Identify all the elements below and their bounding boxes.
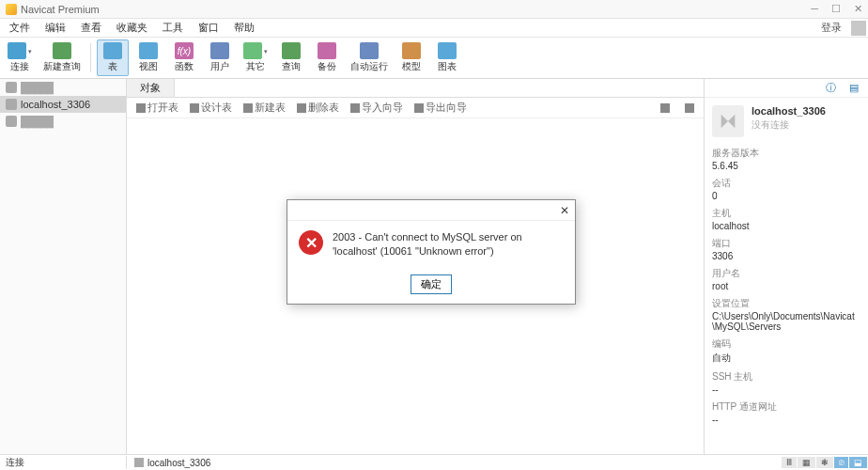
right-panel: ⓘ ▤ localhost_3306 没有连接 服务器版本5.6.45会话0主机… [704,79,868,454]
tab-objects[interactable]: 对象 [127,79,175,97]
connection-icon [712,105,744,137]
subtoolbar-label: 导出向导 [426,101,467,115]
toolbar-obj-8[interactable]: 模型 [395,39,427,76]
prop-8: HTTP 通道网址-- [712,400,860,425]
db-icon [6,99,17,110]
toolbar-obj-5-label: 查询 [282,60,301,73]
toolbar-obj-0-label: 表 [108,60,117,73]
db-icon [6,116,17,127]
prop-3: 端口3306 [712,237,860,261]
db-icon [134,458,144,467]
subtoolbar-label: 删除表 [308,101,339,115]
seg-2[interactable]: ▦ [798,457,815,468]
toolbar-obj-9-icon [438,42,457,59]
dialog-close-icon[interactable]: ✕ [560,204,569,217]
tool-icon [190,103,199,113]
prop-value: root [712,281,860,291]
prop-1: 会话0 [712,177,860,201]
menu-0[interactable]: 文件 [2,21,38,35]
right-panel-top: ⓘ ▤ [705,79,868,98]
minimize-icon[interactable]: ─ [811,3,818,15]
toolbar-obj-3[interactable]: 用户 [204,39,236,76]
subtoolbar-4[interactable]: 导入向导 [345,99,409,117]
toolbar-obj-7-icon [360,42,379,59]
prop-value: -- [712,415,860,425]
sidebar: █████localhost_3306█████ [0,79,127,454]
avatar-icon[interactable] [851,21,866,36]
toolbar-obj-1[interactable]: 视图 [132,39,164,76]
seg-3[interactable]: ❃ [816,457,833,468]
toolbar-obj-4-label: 其它 [246,60,265,73]
toolbar-1-icon [53,42,71,59]
toolbar-obj-1-label: 视图 [139,60,158,73]
menu-1[interactable]: 编辑 [38,21,73,35]
menu-6[interactable]: 帮助 [226,21,262,35]
toolbar-obj-7[interactable]: 自动运行 [347,39,392,76]
close-icon[interactable]: ✕ [854,3,862,15]
status-left: 连接 [0,456,127,469]
toolbar-obj-4[interactable]: ▾其它 [240,39,271,76]
seg-5[interactable]: ⬓ [849,457,867,468]
info-icon[interactable]: ⓘ [826,81,836,95]
refresh-icon[interactable] [679,102,700,115]
window-controls: ─ ☐ ✕ [811,3,862,15]
tool-icon [414,103,424,113]
maximize-icon[interactable]: ☐ [831,3,841,15]
toolbar-obj-2[interactable]: f(x)函数 [168,39,200,76]
subtoolbar-3[interactable]: 删除表 [291,99,345,117]
sidebar-item-0[interactable]: █████ [0,79,126,96]
toolbar-obj-6-icon [318,42,336,59]
prop-0: 服务器版本5.6.45 [712,147,860,171]
prop-6: 编码自动 [712,337,860,365]
view-toggle-icon[interactable] [655,102,675,115]
subtoolbar-label: 新建表 [255,101,286,115]
prop-key: HTTP 通道网址 [712,400,860,414]
toolbar-obj-0[interactable]: 表 [97,39,129,76]
toolbar-obj-6[interactable]: 备份 [311,39,343,76]
toolbar-1[interactable]: 新建查询 [39,39,85,76]
subtoolbar-1[interactable]: 设计表 [184,99,238,117]
sidebar-item-1[interactable]: localhost_3306 [0,96,126,113]
toolbar-obj-4-icon [243,42,262,59]
toolbar-obj-5[interactable]: 查询 [275,39,307,76]
connection-status: 没有连接 [752,118,826,132]
prop-7: SSH 主机-- [712,370,860,395]
statusbar: 连接 localhost_3306 Ⅲ ▦ ❃ ⎚ ⬓ [0,454,868,470]
toolbar-obj-5-icon [282,42,301,59]
subtoolbar-0[interactable]: 打开表 [131,99,184,117]
right-panel-header: localhost_3306 没有连接 [705,98,868,145]
prop-value: localhost [712,221,860,231]
toolbar-obj-9[interactable]: 图表 [431,39,463,76]
menu-5[interactable]: 窗口 [191,21,226,35]
subtoolbar-label: 打开表 [147,101,178,115]
toolbar: ▾连接新建查询 表视图f(x)函数用户▾其它查询备份自动运行模型图表 [0,38,868,79]
app-title: Navicat Premium [21,4,811,15]
toolbar-obj-2-icon: f(x) [175,42,194,59]
prop-value: 5.6.45 [712,161,860,171]
toolbar-0[interactable]: ▾连接 [4,39,36,76]
dialog-body: ✕ 2003 - Can't connect to MySQL server o… [287,221,575,269]
chevron-down-icon: ▾ [264,48,268,55]
sidebar-item-2[interactable]: █████ [0,113,126,130]
toolbar-separator [90,43,91,72]
prop-value: 3306 [712,251,860,261]
prop-5: 设置位置C:\Users\Only\Documents\Navicat\MySQ… [712,297,860,332]
menu-2[interactable]: 查看 [73,21,109,35]
prop-key: 主机 [712,207,860,220]
status-mid: localhost_3306 [127,458,782,468]
toolbar-obj-7-label: 自动运行 [350,60,388,73]
subtoolbar-2[interactable]: 新建表 [238,99,291,117]
sub-toolbar: 打开表设计表新建表删除表导入向导导出向导 [127,98,704,118]
menu-4[interactable]: 工具 [155,21,191,35]
list-icon[interactable]: ▤ [849,82,859,94]
login-link[interactable]: 登录 [815,21,847,35]
seg-4[interactable]: ⎚ [834,457,848,468]
menu-3[interactable]: 收藏夹 [109,21,155,35]
tool-icon [243,103,253,113]
dialog-ok-button[interactable]: 确定 [411,274,452,294]
toolbar-obj-8-label: 模型 [402,60,421,73]
seg-1[interactable]: Ⅲ [782,457,797,468]
subtoolbar-label: 设计表 [201,101,232,115]
status-right: Ⅲ ▦ ❃ ⎚ ⬓ [782,457,868,468]
subtoolbar-5[interactable]: 导出向导 [409,99,473,117]
